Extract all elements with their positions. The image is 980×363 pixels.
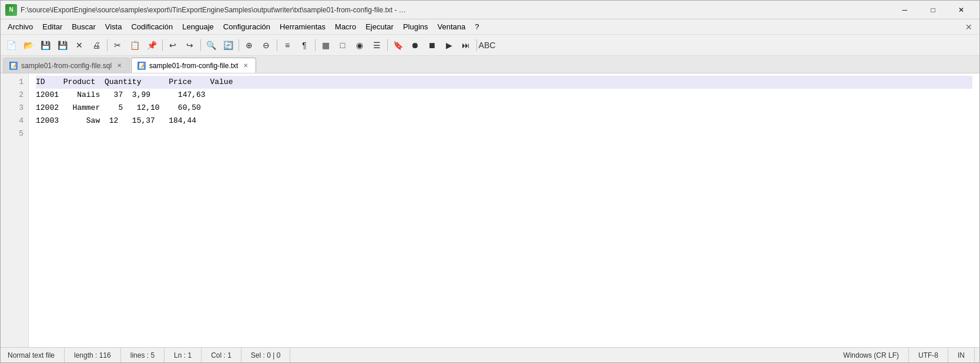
toolbar: 📄📂💾💾✕🖨✂📋📌↩↪🔍🔄⊕⊖≡¶▦□◉☰🔖⏺⏹▶⏭ABC bbox=[1, 35, 979, 56]
line-ending-status: Windows (CR LF) bbox=[834, 348, 909, 362]
toolbar-button-3[interactable]: 💾 bbox=[54, 37, 71, 53]
close-window-button[interactable]: ✕ bbox=[948, 2, 975, 18]
window-title: F:\source\iExportEngine\source\samples\e… bbox=[21, 6, 891, 14]
minimize-button[interactable]: ─ bbox=[891, 2, 918, 18]
code-line: 12002 Hammer 5 12,10 60,50 bbox=[36, 102, 972, 115]
toolbar-button-24[interactable]: □ bbox=[334, 37, 351, 53]
menu-item-vista[interactable]: Vista bbox=[100, 21, 127, 33]
editor: 12345 ID Product Quantity Price Value120… bbox=[1, 73, 979, 347]
menu-item-herramientas[interactable]: Herramientas bbox=[275, 21, 330, 33]
code-line: ID Product Quantity Price Value bbox=[36, 76, 972, 89]
line-number: 1 bbox=[1, 76, 24, 89]
toolbar-separator bbox=[199, 38, 202, 52]
col-status: Col : 1 bbox=[202, 348, 241, 362]
tab-label-1: sample01-from-config-file.txt bbox=[149, 62, 238, 70]
toolbar-button-25[interactable]: ◉ bbox=[351, 37, 368, 53]
line-number: 4 bbox=[1, 115, 24, 127]
line-number: 5 bbox=[1, 127, 24, 140]
toolbar-separator bbox=[385, 38, 389, 52]
tab-label-0: sample01-from-config-file.sql bbox=[21, 62, 112, 70]
code-line: 12003 Saw 12 15,37 184,44 bbox=[36, 115, 972, 127]
menu-item-lenguaje[interactable]: Lenguaje bbox=[177, 21, 219, 33]
title-bar: N F:\source\iExportEngine\source\samples… bbox=[1, 1, 979, 19]
lines-status: lines : 5 bbox=[121, 348, 165, 362]
tab-1[interactable]: 📝sample01-from-config-file.txt✕ bbox=[131, 58, 256, 73]
status-bar: Normal text file length : 116 lines : 5 … bbox=[1, 347, 979, 362]
toolbar-button-14[interactable]: 🔍 bbox=[203, 37, 219, 53]
code-area[interactable]: ID Product Quantity Price Value12001 Nai… bbox=[29, 73, 979, 347]
line-number: 2 bbox=[1, 89, 24, 102]
line-numbers: 12345 bbox=[1, 73, 29, 347]
length-status: length : 116 bbox=[65, 348, 121, 362]
menu-item-ventana[interactable]: Ventana bbox=[433, 21, 471, 33]
menu-bar: ArchivoEditarBuscarVistaCodificaciónLeng… bbox=[1, 19, 979, 35]
toolbar-separator bbox=[160, 38, 164, 52]
toolbar-button-23[interactable]: ▦ bbox=[317, 37, 334, 53]
tab-close-1[interactable]: ✕ bbox=[241, 62, 250, 70]
encoding-status: UTF-8 bbox=[909, 348, 948, 362]
menu-item-archivo[interactable]: Archivo bbox=[3, 21, 38, 33]
sel-status: Sel : 0 | 0 bbox=[241, 348, 290, 362]
app-icon: N bbox=[5, 4, 17, 16]
menu-item-ejecutar[interactable]: Ejecutar bbox=[361, 21, 398, 33]
tab-icon-0: 📝 bbox=[9, 62, 18, 70]
toolbar-button-18[interactable]: ⊖ bbox=[258, 37, 274, 53]
toolbar-button-12[interactable]: ↪ bbox=[182, 37, 198, 53]
menu-item-codificación[interactable]: Codificación bbox=[126, 21, 177, 33]
toolbar-button-34[interactable]: ABC bbox=[479, 37, 495, 53]
tab-icon-1: 📝 bbox=[137, 62, 146, 70]
toolbar-button-0[interactable]: 📄 bbox=[3, 37, 19, 53]
tab-close-0[interactable]: ✕ bbox=[115, 62, 123, 70]
menu-item-macro[interactable]: Macro bbox=[330, 21, 361, 33]
code-line bbox=[36, 127, 972, 140]
toolbar-button-2[interactable]: 💾 bbox=[37, 37, 53, 53]
toolbar-button-26[interactable]: ☰ bbox=[368, 37, 385, 53]
toolbar-button-8[interactable]: 📋 bbox=[126, 37, 143, 53]
toolbar-separator bbox=[275, 38, 278, 52]
toolbar-button-9[interactable]: 📌 bbox=[143, 37, 160, 53]
window-controls: ─ □ ✕ bbox=[891, 2, 975, 18]
toolbar-button-32[interactable]: ⏭ bbox=[458, 37, 474, 53]
toolbar-button-28[interactable]: 🔖 bbox=[390, 37, 406, 53]
toolbar-button-5[interactable]: 🖨 bbox=[88, 37, 105, 53]
toolbar-button-11[interactable]: ↩ bbox=[165, 37, 181, 53]
toolbar-button-4[interactable]: ✕ bbox=[71, 37, 88, 53]
tab-bar: 📝sample01-from-config-file.sql✕📝sample01… bbox=[1, 56, 979, 73]
toolbar-button-31[interactable]: ▶ bbox=[441, 37, 457, 53]
toolbar-separator bbox=[105, 38, 109, 52]
toolbar-separator bbox=[313, 38, 317, 52]
toolbar-separator bbox=[237, 38, 240, 52]
menu-close-button[interactable]: ✕ bbox=[961, 21, 977, 33]
toolbar-button-30[interactable]: ⏹ bbox=[424, 37, 440, 53]
toolbar-button-15[interactable]: 🔄 bbox=[220, 37, 236, 53]
file-type-status: Normal text file bbox=[5, 348, 65, 362]
insert-status: IN bbox=[948, 348, 975, 362]
toolbar-button-29[interactable]: ⏺ bbox=[407, 37, 423, 53]
ln-status: Ln : 1 bbox=[165, 348, 202, 362]
menu-item-editar[interactable]: Editar bbox=[38, 21, 67, 33]
toolbar-button-21[interactable]: ¶ bbox=[296, 37, 313, 53]
menu-item-?[interactable]: ? bbox=[470, 21, 484, 33]
tab-0[interactable]: 📝sample01-from-config-file.sql✕ bbox=[3, 58, 130, 73]
menu-item-configuración[interactable]: Configuración bbox=[219, 21, 275, 33]
line-number: 3 bbox=[1, 102, 24, 115]
toolbar-button-7[interactable]: ✂ bbox=[109, 37, 126, 53]
menu-item-buscar[interactable]: Buscar bbox=[67, 21, 100, 33]
menu-item-plugins[interactable]: Plugins bbox=[398, 21, 433, 33]
toolbar-button-17[interactable]: ⊕ bbox=[241, 37, 257, 53]
toolbar-button-20[interactable]: ≡ bbox=[279, 37, 296, 53]
maximize-button[interactable]: □ bbox=[919, 2, 947, 18]
toolbar-button-1[interactable]: 📂 bbox=[20, 37, 36, 53]
toolbar-separator bbox=[475, 38, 478, 52]
code-line: 12001 Nails 37 3,99 147,63 bbox=[36, 89, 972, 102]
